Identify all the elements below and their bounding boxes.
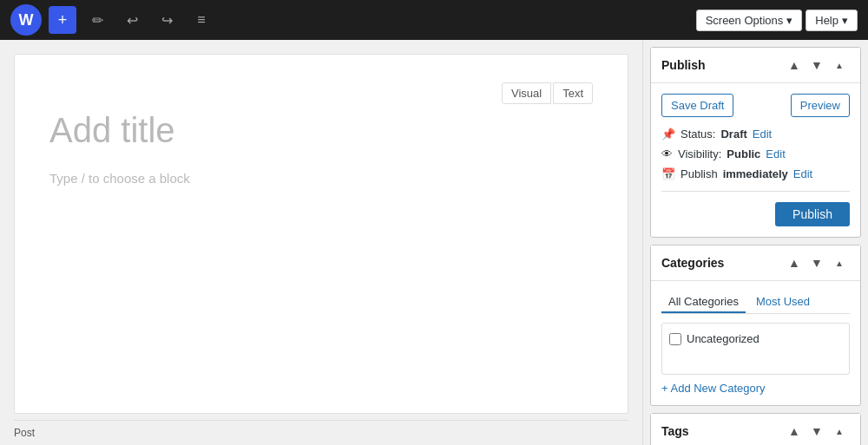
redo-button[interactable]: ↪ [153, 6, 181, 34]
undo-icon: ↩ [127, 12, 138, 29]
publish-metabox-controls: ▲ ▼ ▲ [784, 55, 850, 75]
tags-collapse-up-button[interactable]: ▲ [784, 421, 805, 442]
status-row: 📌 Status: Draft Edit [661, 128, 850, 141]
topbar-right: Screen Options ▾ Help ▾ [696, 10, 858, 31]
visibility-row: 👁 Visibility: Public Edit [661, 147, 850, 160]
topbar-left: W + ✏ ↩ ↪ ≡ [10, 4, 215, 36]
collapse-icon: ▲ [835, 258, 844, 268]
collapse-icon: ▲ [835, 61, 844, 70]
category-uncategorized-checkbox[interactable] [669, 333, 681, 345]
most-used-tab[interactable]: Most Used [749, 291, 817, 313]
visual-tab[interactable]: Visual [502, 82, 551, 104]
calendar-icon: 📅 [661, 167, 675, 180]
save-draft-button[interactable]: Save Draft [661, 94, 733, 117]
publish-actions: Save Draft Preview [661, 94, 850, 117]
categories-metabox-controls: ▲ ▼ ▲ [784, 252, 850, 273]
categories-collapse-up-button[interactable]: ▲ [784, 252, 805, 273]
editor-resize-handle[interactable] [14, 414, 628, 421]
editor-toolbar: Visual Text [49, 82, 593, 104]
wordpress-logo[interactable]: W [10, 4, 42, 36]
category-tabs: All Categories Most Used [661, 291, 850, 314]
categories-metabox-title: Categories [661, 256, 724, 270]
publish-metabox: Publish ▲ ▼ ▲ Save Draft [650, 47, 861, 238]
tags-collapse-down-button[interactable]: ▼ [806, 421, 827, 442]
edit-button[interactable]: ✏ [83, 6, 111, 34]
chevron-up-icon: ▲ [788, 58, 800, 72]
block-placeholder[interactable]: Type / to choose a block [49, 171, 593, 186]
pencil-icon: ✏ [92, 12, 103, 29]
chevron-up-icon: ▲ [788, 256, 800, 270]
collapse-icon: ▲ [835, 427, 844, 436]
status-edit-link[interactable]: Edit [753, 128, 772, 141]
redo-icon: ↪ [161, 12, 173, 29]
status-bar: Post [0, 421, 642, 445]
add-block-button[interactable]: + [49, 6, 76, 34]
topbar: W + ✏ ↩ ↪ ≡ Screen Options ▾ Help ▾ [0, 0, 868, 40]
publish-submit-row: Publish [661, 191, 850, 226]
publish-collapse-up-button[interactable]: ▲ [784, 55, 805, 75]
editor-canvas: Visual Text Type / to choose a block [14, 54, 628, 414]
sidebar: Publish ▲ ▼ ▲ Save Draft [642, 40, 868, 445]
publish-metabox-title: Publish [661, 58, 706, 72]
categories-metabox-body: All Categories Most Used Uncategorized +… [651, 281, 860, 405]
post-title-input[interactable] [49, 111, 593, 150]
category-uncategorized-item[interactable]: Uncategorized [669, 330, 842, 347]
publish-button[interactable]: Publish [775, 202, 850, 226]
tags-metabox-header: Tags ▲ ▼ ▲ [651, 414, 860, 445]
undo-button[interactable]: ↩ [118, 6, 146, 34]
visibility-edit-link[interactable]: Edit [766, 147, 785, 160]
preview-button[interactable]: Preview [791, 94, 850, 117]
publish-metabox-header: Publish ▲ ▼ ▲ [651, 48, 860, 83]
chevron-down-icon: ▼ [811, 424, 823, 438]
categories-metabox-header: Categories ▲ ▼ ▲ [651, 245, 860, 281]
editor-area: Visual Text Type / to choose a block Pos… [0, 40, 642, 445]
publish-metabox-body: Save Draft Preview 📌 Status: Draft Edit … [651, 83, 860, 237]
publish-when-edit-link[interactable]: Edit [793, 167, 812, 180]
categories-collapse-down-button[interactable]: ▼ [806, 252, 827, 273]
main-content: Visual Text Type / to choose a block Pos… [0, 40, 868, 445]
tags-minimize-button[interactable]: ▲ [829, 421, 850, 442]
chevron-down-icon: ▾ [786, 14, 792, 27]
categories-minimize-button[interactable]: ▲ [829, 252, 850, 273]
chevron-down-icon: ▼ [811, 58, 823, 72]
text-tab[interactable]: Text [553, 82, 593, 104]
categories-metabox: Categories ▲ ▼ ▲ All Categories Most [650, 245, 861, 406]
eye-icon: 👁 [661, 147, 673, 160]
publish-minimize-button[interactable]: ▲ [829, 55, 850, 75]
tags-metabox-title: Tags [661, 424, 689, 438]
chevron-down-icon: ▾ [842, 14, 848, 27]
tags-metabox-controls: ▲ ▼ ▲ [784, 421, 850, 442]
chevron-down-icon: ▼ [811, 256, 823, 270]
category-list: Uncategorized [661, 323, 850, 375]
screen-options-button[interactable]: Screen Options ▾ [696, 10, 803, 31]
add-new-category-link[interactable]: + Add New Category [661, 382, 766, 395]
menu-button[interactable]: ≡ [187, 6, 215, 34]
tags-metabox: Tags ▲ ▼ ▲ Add [650, 413, 861, 445]
publish-collapse-down-button[interactable]: ▼ [806, 55, 827, 75]
publish-when-row: 📅 Publish immediately Edit [661, 167, 850, 180]
menu-icon: ≡ [197, 12, 205, 28]
chevron-up-icon: ▲ [788, 424, 800, 438]
all-categories-tab[interactable]: All Categories [661, 291, 746, 313]
pin-icon: 📌 [661, 128, 675, 141]
help-button[interactable]: Help ▾ [806, 10, 858, 31]
